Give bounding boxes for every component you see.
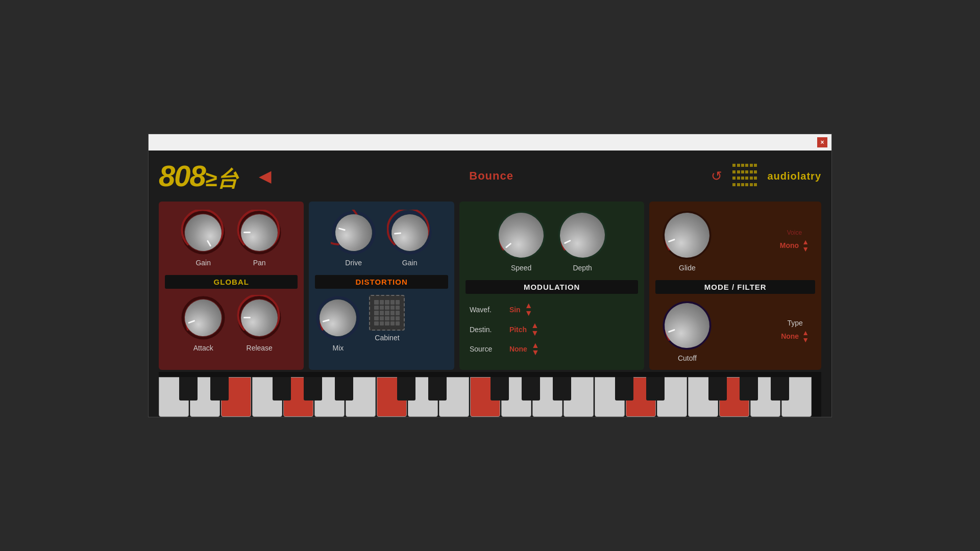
- voice-dimmed-label: Voice: [787, 229, 802, 236]
- piano-container: [159, 372, 821, 417]
- header: 808 ≥台 ◀ Bounce ↺ audiolatry: [159, 159, 821, 193]
- type-value: None: [781, 332, 799, 340]
- piano-keys[interactable]: [159, 377, 821, 417]
- logo: 808 ≥台: [159, 159, 238, 193]
- grid-icon: [732, 164, 757, 188]
- speed-tick: [505, 243, 512, 248]
- source-value: None: [509, 345, 527, 353]
- plugin-window: × 808 ≥台 ◀ Bounce ↺ audiolatry: [148, 134, 832, 417]
- dist-gain-knob-container: Gain: [387, 210, 433, 267]
- section-global: Gain Pan: [159, 202, 304, 369]
- dist-gain-tick: [394, 233, 401, 235]
- source-arrows[interactable]: ▲▼: [531, 342, 540, 357]
- black-key[interactable]: [210, 377, 229, 400]
- mix-label: Mix: [333, 344, 344, 352]
- drive-tick: [338, 228, 345, 232]
- black-key[interactable]: [179, 377, 198, 400]
- glide-label: Glide: [679, 264, 696, 272]
- cabinet-container[interactable]: Cabinet: [369, 295, 405, 352]
- speed-knob-container: Speed: [496, 210, 547, 272]
- wavef-arrows[interactable]: ▲▼: [525, 302, 533, 317]
- logo-icon: ≥台: [205, 165, 238, 193]
- dist-gain-label: Gain: [402, 259, 418, 267]
- preset-name: Bounce: [282, 169, 701, 183]
- sections: Gain Pan: [159, 202, 821, 369]
- attack-tick: [188, 320, 195, 324]
- source-row: Source None ▲▼: [470, 342, 634, 357]
- pan-knob-container: Pan: [236, 210, 282, 267]
- depth-tick: [564, 240, 571, 245]
- source-label: Source: [470, 345, 505, 353]
- black-key[interactable]: [335, 377, 353, 400]
- mix-tick: [323, 319, 330, 323]
- destin-value: Pitch: [509, 325, 527, 334]
- release-label: Release: [247, 344, 273, 352]
- type-row: None ▲▼: [781, 329, 809, 343]
- black-key[interactable]: [740, 377, 758, 400]
- wavef-label: Wavef.: [470, 306, 505, 314]
- release-knob-container: Release: [236, 295, 282, 352]
- voice-row: Mono ▲▼: [780, 238, 809, 253]
- cabinet-icon[interactable]: [369, 295, 405, 331]
- gain-label: Gain: [195, 259, 211, 267]
- brand-name: audiolatry: [767, 170, 821, 182]
- black-key[interactable]: [491, 377, 509, 400]
- drive-label: Drive: [345, 259, 362, 267]
- wavef-value: Sin: [509, 306, 521, 314]
- drive-knob-container: Drive: [331, 210, 377, 267]
- black-key[interactable]: [615, 377, 633, 400]
- voice-arrows[interactable]: ▲▼: [802, 238, 809, 253]
- attack-knob-container: Attack: [180, 295, 226, 352]
- release-tick: [243, 317, 251, 319]
- voice-value: Mono: [780, 241, 799, 249]
- modulation-section-label: MODULATION: [465, 280, 639, 294]
- black-key[interactable]: [397, 377, 415, 400]
- plugin-body: 808 ≥台 ◀ Bounce ↺ audiolatry: [149, 151, 831, 416]
- attack-label: Attack: [193, 344, 213, 352]
- titlebar: ×: [149, 134, 831, 151]
- refresh-button[interactable]: ↺: [711, 168, 722, 184]
- cabinet-label: Cabinet: [375, 334, 399, 342]
- cutoff-label: Cutoff: [678, 354, 697, 362]
- close-button[interactable]: ×: [817, 137, 827, 147]
- black-key[interactable]: [771, 377, 789, 400]
- black-key[interactable]: [553, 377, 571, 400]
- gain-knob-wrapper[interactable]: [180, 210, 226, 256]
- voice-container: Voice Mono ▲▼: [780, 210, 809, 272]
- nav-back-button[interactable]: ◀: [259, 166, 272, 186]
- black-key[interactable]: [646, 377, 665, 400]
- section-mode: Glide Voice Mono ▲▼ MODE / FILTER: [649, 202, 821, 369]
- cutoff-knob-container: Cutoff: [662, 300, 713, 362]
- pan-label: Pan: [253, 259, 266, 267]
- section-distortion: Drive Gain: [309, 202, 454, 369]
- glide-knob-container: Glide: [662, 210, 713, 272]
- type-label: Type: [787, 319, 802, 327]
- gain-tick: [207, 240, 212, 247]
- type-container: Type None ▲▼: [781, 300, 809, 362]
- distortion-section-label: DISTORTION: [315, 275, 448, 289]
- speed-label: Speed: [511, 264, 531, 272]
- black-key[interactable]: [273, 377, 291, 400]
- destin-arrows[interactable]: ▲▼: [531, 322, 539, 337]
- depth-knob-container: Depth: [557, 210, 608, 272]
- black-key[interactable]: [428, 377, 447, 400]
- black-key[interactable]: [708, 377, 727, 400]
- black-key[interactable]: [522, 377, 540, 400]
- mode-section-label: MODE / FILTER: [655, 280, 815, 294]
- wavef-row: Wavef. Sin ▲▼: [470, 302, 634, 317]
- depth-label: Depth: [573, 264, 592, 272]
- gain-knob-container: Gain: [180, 210, 226, 267]
- modulation-controls: Wavef. Sin ▲▼ Destin. Pitch ▲▼ Source No…: [465, 300, 639, 363]
- black-key[interactable]: [304, 377, 322, 400]
- logo-number: 808: [159, 159, 205, 193]
- pan-tick: [243, 232, 251, 234]
- destin-row: Destin. Pitch ▲▼: [470, 322, 634, 337]
- cutoff-tick: [668, 329, 675, 333]
- type-arrows[interactable]: ▲▼: [802, 329, 809, 343]
- global-section-label: GLOBAL: [165, 275, 298, 289]
- mix-knob-container: Mix: [315, 295, 361, 352]
- glide-tick: [668, 239, 675, 243]
- cabinet-grid: [374, 300, 400, 325]
- destin-label: Destin.: [470, 325, 505, 334]
- section-modulation: Speed Depth: [459, 202, 645, 369]
